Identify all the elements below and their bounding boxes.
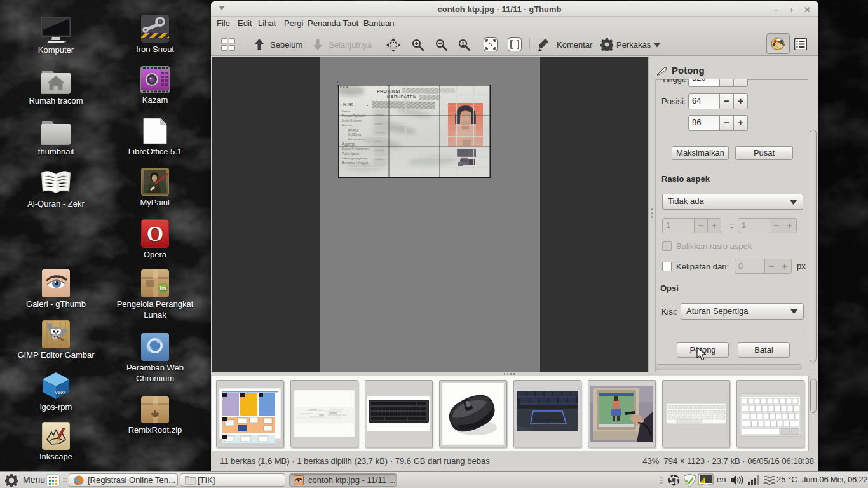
svg-text:NIK: NIK: [343, 102, 354, 107]
svg-text:O: O: [147, 222, 163, 245]
svg-text:Jenis Kelamin: Jenis Kelamin: [342, 119, 362, 123]
svg-text:RT/RW: RT/RW: [348, 128, 358, 132]
svg-text:Kecamatan: Kecamatan: [348, 137, 365, 141]
svg-text:1: 1: [461, 41, 465, 47]
svg-text:Pekerjaan: Pekerjaan: [342, 152, 359, 156]
svg-text:PROVINSI: PROVINSI: [377, 89, 400, 93]
svg-text:KABUPATEN: KABUPATEN: [387, 95, 417, 99]
svg-text:Agama: Agama: [342, 142, 355, 147]
svg-text:lm: lm: [159, 285, 166, 292]
svg-text:Alamat: Alamat: [342, 123, 352, 127]
svg-text:Nama: Nama: [342, 109, 351, 113]
svg-text:vbox: vbox: [55, 390, 66, 395]
svg-text::: :: [367, 102, 369, 107]
